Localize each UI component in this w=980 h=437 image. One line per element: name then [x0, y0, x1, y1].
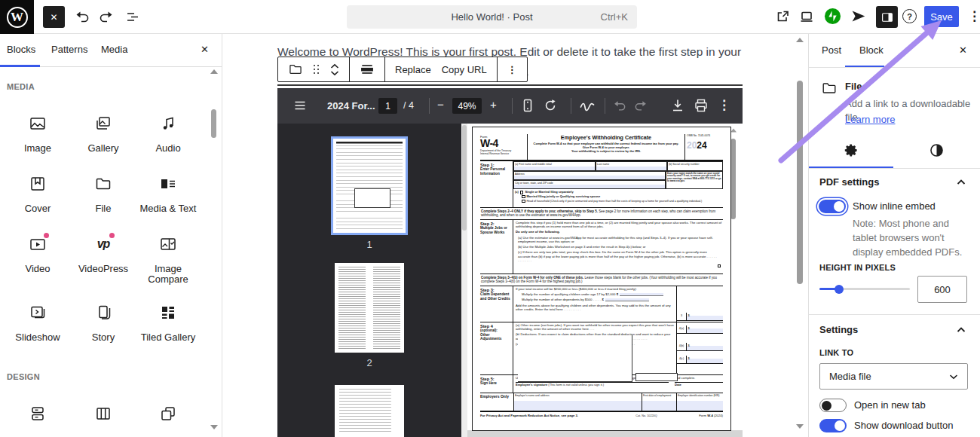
pdf-zoom-in-button[interactable]: +: [490, 98, 497, 111]
pdf-annotate-button[interactable]: [579, 98, 596, 113]
show-inline-embed-toggle[interactable]: [819, 200, 846, 213]
drag-handle[interactable]: [308, 57, 325, 81]
show-download-button-label: Show download button: [854, 420, 954, 431]
close-sidebar-button[interactable]: ✕: [959, 44, 967, 56]
block-item-buttons[interactable]: [5, 405, 70, 423]
height-slider-thumb[interactable]: [835, 285, 844, 294]
height-input[interactable]: [917, 276, 967, 303]
wordpress-logo[interactable]: W: [0, 0, 34, 34]
block-item-columns[interactable]: [71, 405, 136, 423]
file-block-type-button[interactable]: [283, 57, 308, 81]
page-gap: [467, 430, 743, 437]
pdf-thumbnail-page-3[interactable]: [335, 385, 404, 437]
open-in-new-tab-toggle[interactable]: [819, 399, 847, 412]
scroll-up-arrow[interactable]: [210, 69, 218, 74]
chevron-up-icon: [330, 63, 339, 69]
chevron-down-icon: [330, 70, 339, 76]
tab-media[interactable]: Media: [101, 44, 127, 55]
pdf-zoom-out-button[interactable]: −: [437, 98, 444, 111]
block-item-media-text[interactable]: Media & Text: [136, 175, 201, 214]
image-compare-icon: [159, 235, 177, 253]
show-download-button-toggle[interactable]: [819, 419, 847, 432]
rotate-icon: [543, 98, 558, 113]
help-icon: ?: [907, 12, 912, 21]
settings-header[interactable]: Settings: [819, 324, 858, 335]
settings-sidebar-toggle[interactable]: [876, 6, 898, 28]
block-item-slideshow[interactable]: Slideshow: [5, 304, 70, 343]
redo-button[interactable]: [100, 9, 115, 24]
pdf-settings-header[interactable]: PDF settings: [819, 176, 879, 188]
learn-more-link[interactable]: Learn more: [845, 114, 895, 125]
pdf-more-button[interactable]: ⋮: [718, 99, 730, 112]
align-button[interactable]: [354, 57, 380, 81]
block-item-video[interactable]: Video: [5, 235, 70, 274]
block-options-button[interactable]: ⋮: [502, 57, 522, 81]
more-options-button[interactable]: ⋮: [968, 10, 980, 23]
new-badge-dot: [109, 233, 115, 238]
block-item-story[interactable]: Story: [71, 304, 136, 343]
w4-field-address: Address: [513, 171, 666, 180]
editor-scrollbar-thumb[interactable]: [797, 81, 803, 284]
toolbar-divider: [429, 98, 430, 114]
tab-block[interactable]: Block: [859, 44, 884, 56]
pdf-zoom-level[interactable]: 49%: [452, 98, 482, 114]
columns-icon: [94, 405, 112, 423]
move-block-buttons[interactable]: [325, 57, 345, 81]
scroll-up-arrow[interactable]: [730, 129, 737, 133]
pdf-page-input[interactable]: [378, 98, 397, 114]
view-post-button[interactable]: [775, 9, 790, 24]
ellipsis-icon: ⋮: [507, 65, 517, 75]
chevron-up-icon[interactable]: [957, 178, 966, 187]
help-button[interactable]: ?: [902, 9, 917, 23]
block-item-image[interactable]: Image: [5, 115, 70, 154]
block-item-file[interactable]: File: [71, 175, 136, 214]
thumbnail-scrollbar[interactable]: [461, 124, 467, 437]
block-item-tiled-gallery[interactable]: Tiled Gallery: [136, 304, 201, 343]
replace-button[interactable]: Replace: [390, 57, 436, 81]
pdf-redo-button[interactable]: [635, 99, 648, 112]
pdf-menu-button[interactable]: [294, 99, 306, 112]
jetpack-button[interactable]: [824, 8, 841, 25]
tab-block-styles[interactable]: [929, 143, 944, 157]
tab-patterns[interactable]: Patterns: [51, 44, 87, 55]
command-palette[interactable]: Hello World! · Post Ctrl+K: [347, 5, 637, 29]
link-to-value: Media file: [829, 371, 871, 382]
tab-blocks[interactable]: Blocks: [7, 44, 35, 55]
tab-block-settings[interactable]: [844, 143, 859, 157]
scroll-down-arrow[interactable]: [210, 425, 218, 429]
preview-button[interactable]: [799, 9, 814, 24]
pdf-thumbnail-page-1[interactable]: [331, 136, 408, 235]
block-item-videopress[interactable]: vp VideoPress: [71, 235, 136, 274]
pdf-thumbnail-page-2[interactable]: [335, 263, 404, 353]
show-inline-embed-label: Show inline embed: [853, 200, 936, 212]
list-view-button[interactable]: [125, 9, 140, 24]
save-button[interactable]: Save: [924, 6, 959, 27]
thumbnail-label: 1: [331, 239, 408, 250]
pdf-rotate-button[interactable]: [543, 98, 558, 113]
publish-share-button[interactable]: [850, 8, 866, 24]
undo-button[interactable]: [74, 9, 89, 24]
pdf-scrollbar-thumb[interactable]: [730, 139, 736, 219]
block-item-cover[interactable]: Cover: [5, 175, 70, 214]
videopress-icon: vp: [94, 235, 112, 253]
scroll-down-arrow[interactable]: [796, 424, 804, 429]
block-item-group[interactable]: [136, 405, 201, 423]
block-item-audio[interactable]: Audio: [136, 115, 201, 154]
tab-post[interactable]: Post: [822, 44, 841, 56]
block-inserter-toggle-button[interactable]: ✕: [43, 6, 65, 28]
scroll-up-arrow[interactable]: [796, 38, 804, 42]
half-circle-styles-icon: [929, 143, 944, 157]
close-inserter-button[interactable]: ✕: [201, 44, 209, 55]
toolbar-divider: [512, 98, 513, 114]
drag-icon: [314, 65, 320, 75]
inserter-scrollbar-thumb[interactable]: [211, 109, 216, 138]
chevron-up-icon[interactable]: [957, 325, 966, 335]
block-item-gallery[interactable]: Gallery: [71, 115, 136, 154]
pdf-print-button[interactable]: [694, 98, 709, 113]
pdf-download-button[interactable]: [670, 98, 685, 113]
block-item-image-compare[interactable]: Image Compare: [136, 235, 201, 286]
pdf-undo-button[interactable]: [612, 99, 626, 112]
copy-url-button[interactable]: Copy URL: [436, 57, 492, 81]
pdf-fit-page-button[interactable]: [520, 98, 535, 113]
link-to-select[interactable]: Media file: [819, 363, 968, 390]
